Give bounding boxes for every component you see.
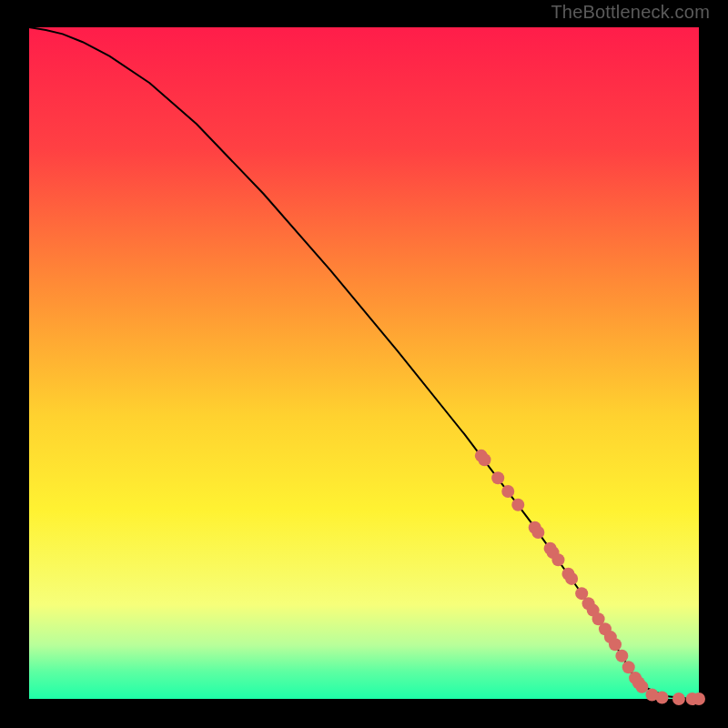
data-marker — [656, 692, 669, 704]
data-marker — [615, 650, 628, 662]
data-marker — [609, 638, 622, 651]
data-marker — [501, 485, 514, 498]
data-marker — [622, 661, 635, 673]
data-marker — [635, 681, 648, 693]
data-marker — [531, 526, 544, 539]
plot-background — [29, 27, 699, 699]
chart-svg — [0, 0, 728, 728]
data-marker — [672, 693, 685, 705]
data-marker — [693, 693, 705, 705]
chart-stage: TheBottleneck.com — [0, 0, 728, 728]
data-marker — [511, 499, 524, 511]
data-marker — [551, 553, 564, 566]
data-marker — [478, 453, 490, 466]
data-marker — [565, 572, 578, 585]
data-marker — [491, 471, 504, 484]
